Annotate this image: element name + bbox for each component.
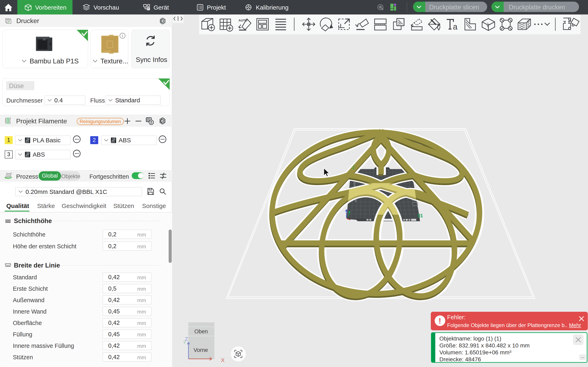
svg-text:a: a xyxy=(453,22,458,31)
svg-text:2: 2 xyxy=(352,165,355,170)
svg-text:01: 01 xyxy=(418,213,423,218)
svg-text:AUTO: AUTO xyxy=(238,18,247,22)
